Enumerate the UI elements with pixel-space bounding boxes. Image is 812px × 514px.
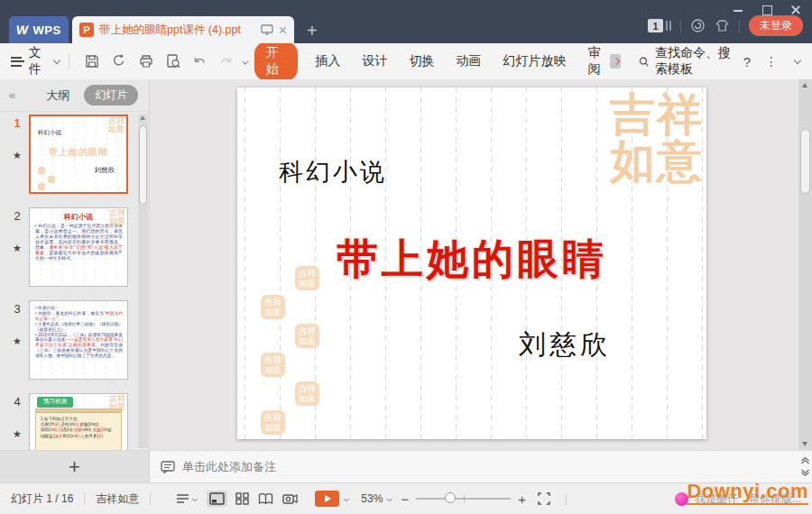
scrollbar-thumb[interactable] (139, 125, 147, 205)
thumb-tag: 预习检测 (37, 397, 73, 408)
notes-panel-toggle[interactable] (176, 493, 198, 504)
window-maximize-button[interactable] (761, 5, 772, 15)
wps-label: WPS (33, 23, 61, 37)
collapse-panel-button[interactable]: « (9, 88, 15, 102)
tab-outline[interactable]: 大纲 (46, 87, 69, 104)
reading-view-button[interactable] (258, 492, 273, 505)
divider (84, 492, 85, 505)
slide-thumbnail-4[interactable]: 吉祥如意 预习检测 1.给下列加点字注音。 点缀(zhuì) 迟钝(dùn) 蒙… (29, 393, 128, 450)
thumb-body: 作者介绍： 刘慈欣，著名的科幻作家，被誉为“中国当代科幻第一人”。 主要作品有《… (35, 306, 123, 359)
slide-thumbnail-2[interactable]: 吉祥如意 科幻小说 科幻小说，是一种起源于近代西方的文学体裁，是小说类型之一。用… (29, 207, 128, 287)
notes-bar[interactable]: 单击此处添加备注 (150, 450, 812, 482)
new-tab-button[interactable]: + (307, 22, 318, 40)
animation-star-icon[interactable]: ★ (13, 150, 22, 161)
help-button[interactable]: ? (743, 54, 751, 69)
toolbar-more-chevron-icon[interactable] (241, 58, 246, 65)
theme-name[interactable]: 吉祥如意 (96, 491, 139, 507)
zoom-chevron-icon[interactable] (387, 496, 392, 501)
tab-close-icon[interactable] (279, 26, 287, 34)
document-tab[interactable]: P 带上她的眼睛ppt课件 (4).ppt (72, 16, 294, 43)
collapse-ribbon-chevron-icon[interactable] (793, 58, 801, 66)
document-tab-title: 带上她的眼睛ppt课件 (4).ppt (99, 23, 255, 38)
more-options-button[interactable]: ⋮ (765, 54, 779, 69)
add-slide-button[interactable]: + (0, 450, 149, 482)
slideshow-record-icon[interactable] (282, 492, 298, 505)
export-button[interactable] (111, 53, 127, 69)
slide-author-text[interactable]: 刘慈欣 (519, 326, 611, 363)
ribbon-tab-home-active[interactable]: 开始 (254, 41, 298, 81)
vertical-scrollbar[interactable] (798, 79, 812, 450)
thumbnail-scrollbar[interactable] (138, 115, 148, 448)
stamp-decoration: 吉祥如意 (261, 295, 285, 319)
divider (150, 492, 151, 505)
zoom-slider-knob[interactable] (445, 492, 456, 503)
zoom-slider[interactable] (416, 498, 511, 500)
divider (566, 492, 567, 505)
titlebar-right-group: 1 未登录 (648, 15, 803, 36)
search-icon (639, 55, 650, 69)
animation-star-icon[interactable]: ★ (13, 243, 22, 254)
command-search-box[interactable]: 查找命令、搜索模板 (639, 45, 743, 78)
fit-to-window-button[interactable] (538, 492, 550, 505)
animation-star-icon[interactable]: ★ (13, 335, 22, 347)
print-preview-button[interactable] (165, 53, 181, 69)
stamp-decoration: 吉祥如意 (295, 266, 319, 290)
slide-subtitle-text[interactable]: 科幻小说 (279, 156, 387, 188)
editing-canvas[interactable]: 吉祥如意 科幻小说 带上她的眼睛 刘慈欣 吉祥如意 吉祥如意 吉祥如意 吉祥如意… (150, 79, 812, 450)
previous-slide-icon[interactable] (800, 457, 810, 464)
divider (69, 53, 69, 69)
ribbon-tab-review[interactable]: 审阅 (588, 45, 608, 78)
notes-toggle-chevron-icon[interactable] (192, 496, 198, 501)
slide-editor[interactable]: 吉祥如意 科幻小说 带上她的眼睛 刘慈欣 吉祥如意 吉祥如意 吉祥如意 吉祥如意… (237, 87, 706, 439)
scroll-down-icon[interactable] (802, 442, 807, 446)
stamp-decoration: 吉祥如意 (295, 381, 319, 406)
play-options-chevron-icon[interactable] (344, 496, 349, 501)
normal-view-button[interactable] (207, 491, 227, 507)
file-menu-button[interactable]: 文件 (29, 45, 49, 78)
document-count-badge[interactable]: 1 (648, 19, 671, 32)
window-controls (733, 5, 801, 15)
seal-decoration: 吉祥如意 (107, 117, 125, 133)
docer-templates-icon[interactable] (690, 18, 706, 33)
undo-button[interactable] (192, 55, 208, 69)
zoom-level[interactable]: 53% (361, 492, 383, 505)
animation-star-icon[interactable]: ★ (13, 428, 22, 440)
zoom-out-button[interactable]: − (401, 491, 409, 507)
next-slide-icon[interactable] (800, 469, 810, 476)
ribbon-tab-transitions[interactable]: 切换 (410, 53, 435, 69)
ribbon-tab-animation[interactable]: 动画 (457, 53, 482, 69)
slide-number: 3 (14, 302, 20, 316)
login-button[interactable]: 未登录 (749, 15, 803, 36)
redo-button[interactable] (218, 55, 234, 69)
seal-decoration: 吉祥如意 (108, 209, 126, 225)
seal-decoration: 吉祥如意 (609, 91, 705, 185)
skin-theme-icon[interactable] (715, 19, 730, 32)
slide-number: 2 (14, 209, 20, 223)
file-menu-chevron-icon[interactable] (53, 58, 60, 66)
workspace: « 大纲 幻灯片 1 ★ 吉祥如意 科幻小说 带上她的眼睛 刘慈欣 (0, 79, 812, 482)
play-slideshow-button[interactable] (315, 491, 339, 507)
slide-sorter-view-button[interactable] (235, 492, 249, 505)
watermark-text: Downyi.com (687, 480, 808, 505)
thumbnail-item-4: 4 ★ 吉祥如意 预习检测 1.给下列加点字注音。 点缀(zhuì) 迟钝(dù… (5, 393, 149, 450)
titlebar: W WPS P 带上她的眼睛ppt课件 (4).ppt + 1 未登录 (0, 0, 812, 43)
ribbon-tab-design[interactable]: 设计 (363, 53, 388, 69)
slide-counter: 幻灯片 1 / 16 (11, 491, 73, 507)
window-minimize-button[interactable] (733, 5, 743, 15)
wps-home-tab[interactable]: W WPS (9, 16, 69, 43)
menu-icon[interactable] (11, 57, 22, 67)
slide-thumbnail-3[interactable]: 作者介绍： 刘慈欣，著名的科幻作家，被誉为“中国当代科幻第一人”。 主要作品有《… (29, 300, 128, 380)
ribbon-tab-insert[interactable]: 插入 (316, 53, 341, 69)
scroll-up-icon[interactable] (140, 115, 145, 120)
slide-thumbnail-1[interactable]: 吉祥如意 科幻小说 带上她的眼睛 刘慈欣 (29, 115, 128, 194)
window-close-button[interactable] (790, 5, 801, 15)
save-button[interactable] (84, 53, 100, 69)
tab-slides-active[interactable]: 幻灯片 (84, 85, 138, 106)
zoom-in-button[interactable]: + (518, 491, 526, 507)
scroll-up-icon[interactable] (802, 83, 807, 87)
ribbon-tab-slideshow[interactable]: 幻灯片放映 (503, 53, 567, 69)
print-button[interactable] (138, 53, 154, 69)
ribbon-tabs-expand-button[interactable] (610, 54, 621, 69)
present-on-monitor-icon[interactable] (261, 24, 273, 35)
scrollbar-thumb[interactable] (800, 129, 810, 194)
